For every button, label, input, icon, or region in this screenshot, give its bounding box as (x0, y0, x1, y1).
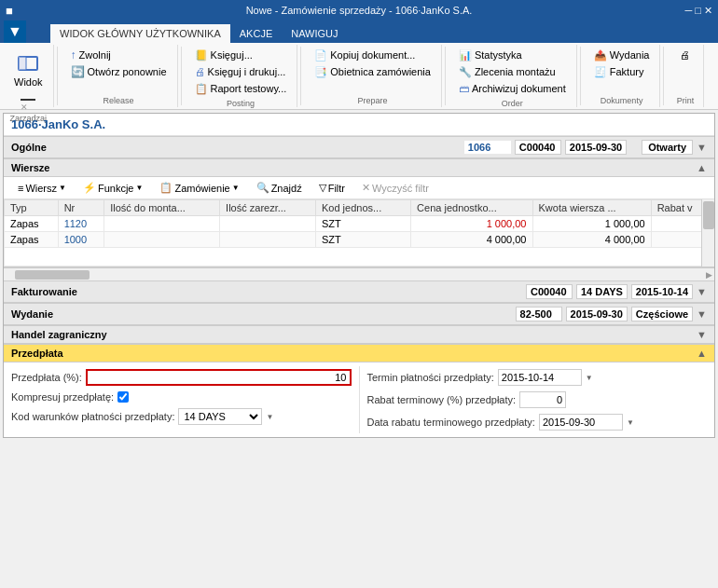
handel-collapse-icon[interactable]: ▼ (697, 329, 707, 340)
view-button[interactable]: Widok (9, 47, 48, 95)
wyczysc-btn[interactable]: ✕ Wyczyść filtr (355, 180, 435, 196)
wiersze-section-header[interactable]: Wiersze ▲ (4, 158, 714, 177)
data-rabatu-label: Data rabatu terminowego przedpłaty: (367, 417, 535, 428)
cell-cena: 1 000,00 (411, 216, 532, 232)
nav-button[interactable]: ▼ (4, 21, 26, 43)
app-icon: ■ (6, 4, 13, 18)
fakturowanie-collapse-icon[interactable]: ▼ (697, 286, 707, 297)
kopiuj-icon: 📄 (314, 49, 327, 62)
cell-typ: Zapas (5, 232, 59, 248)
obietnica-button[interactable]: 📑 Obietnica zamówienia (310, 63, 435, 80)
funkcje-btn[interactable]: ⚡ Funkcje ▼ (76, 180, 149, 196)
przedplata-pct-label: Przedpłata (%): (11, 372, 82, 383)
nr-link[interactable]: 1000 (64, 234, 87, 245)
tab-nawiguj[interactable]: NAWIGUJ (282, 24, 347, 43)
przedplata-collapse-icon[interactable]: ▲ (697, 348, 707, 359)
tab-widok[interactable]: WIDOK GŁÓWNY UŻYTKOWNIKA (50, 24, 230, 43)
wydania-button[interactable]: 📤 Wydania (589, 47, 655, 63)
filtr-btn[interactable]: ▽ Filtr (312, 180, 352, 196)
przedplata-label: Przedpłata (11, 348, 63, 359)
zwolnij-label: Zwolnij (79, 49, 111, 61)
kompresuj-label: Kompresuj przedpłatę: (11, 391, 114, 403)
general-collapse-icon[interactable]: ▼ (697, 142, 707, 153)
raport-icon: 📋 (195, 83, 208, 95)
fakturowanie-section-header[interactable]: Fakturowanie C00040 14 DAYS 2015-10-14 ▼ (4, 280, 714, 303)
wiersze-collapse-icon[interactable]: ▲ (697, 162, 707, 173)
data-rabatu-dropdown-icon[interactable]: ▼ (627, 418, 634, 427)
view-label: Widok (14, 76, 43, 88)
group-label-print: Print (677, 96, 695, 105)
termin-input[interactable] (498, 369, 582, 386)
general-status: Otwarty (642, 140, 693, 155)
group-label-release: Release (104, 96, 134, 105)
col-cena: Cena jednostko... (411, 200, 532, 216)
window-title: Nowe - Zamówienie sprzedaży - 1066·JanKo… (246, 5, 473, 16)
zamowienie-icon: 📋 (159, 182, 173, 194)
wydanie-section-header[interactable]: Wydanie 82-500 2015-09-30 Częściowe ▼ (4, 303, 714, 325)
zamowienie-dropdown-arrow: ▼ (232, 184, 240, 192)
przedplata-pct-input[interactable] (86, 369, 352, 386)
data-rabatu-input[interactable] (539, 414, 623, 431)
edit-icon[interactable] (21, 99, 35, 101)
termin-label: Termin płatności przedpłaty: (367, 372, 494, 383)
scroll-right-arrow[interactable]: ▶ (706, 270, 712, 280)
col-ilosc-monta: Ilość do monta... (104, 200, 220, 216)
table-row[interactable]: Zapas 1120 SZT 1 000,00 1 000,00 (5, 216, 714, 232)
general-section-header[interactable]: Ogólne 1066 C00040 2015-09-30 Otwarty ▼ (4, 136, 714, 158)
zwolnij-button[interactable]: ↑ Zwolnij (66, 47, 172, 63)
statystyka-button[interactable]: 📊 Statystyka (454, 47, 571, 63)
znajdz-btn[interactable]: 🔍 Znajdź (250, 180, 309, 196)
h-scrollbar-thumb[interactable] (15, 270, 90, 280)
fakturowanie-code: C00040 (526, 284, 573, 299)
group-label-posting: Posting (227, 99, 255, 108)
group-label-prepare: Prepare (358, 96, 388, 105)
cell-ilosc-zarezr (220, 232, 316, 248)
termin-dropdown-icon[interactable]: ▼ (586, 374, 593, 382)
vertical-scrollbar[interactable] (701, 199, 714, 267)
wiersz-btn[interactable]: ≡ Wiersz ▼ (11, 181, 73, 196)
table-row[interactable]: Zapas 1000 SZT 4 000,00 4 000,00 (5, 232, 714, 248)
archiwizuj-button[interactable]: 🗃 Archiwizuj dokument (454, 80, 571, 97)
filtr-icon: ▽ (319, 182, 326, 194)
general-code1: 1066 (464, 141, 511, 154)
cell-ilosc-zarezr (220, 216, 316, 232)
wydanie-status: Częściowe (631, 307, 693, 321)
kopiuj-button[interactable]: 📄 Kopiuj dokument... (310, 47, 435, 63)
kod-select[interactable]: 14 DAYS (178, 408, 262, 425)
zlecenia-button[interactable]: 🔧 Zlecenia montażu (454, 63, 571, 80)
x-icon: ✕ (21, 103, 35, 112)
scrollbar-thumb[interactable] (703, 201, 714, 229)
ksieguj-button[interactable]: 📒 Księguj... (190, 47, 292, 63)
col-ilosc-zarezr: Ilość zarezr... (220, 200, 316, 216)
ksieguj-drukuj-button[interactable]: 🖨 Księguj i drukuj... (190, 63, 292, 80)
cell-kod: SZT (315, 216, 410, 232)
print-button[interactable]: 🖨 (675, 47, 695, 63)
wiersze-label: Wiersze (11, 162, 49, 173)
raport-testowy-button[interactable]: 📋 Raport testowy... (190, 80, 292, 97)
kompresuj-checkbox[interactable] (117, 391, 129, 403)
kod-label: Kod warunków płatności przedpłaty: (11, 411, 174, 422)
general-code2: C00040 (515, 140, 561, 155)
handel-label: Handel zagraniczny (11, 329, 107, 340)
wydanie-label: Wydanie (11, 308, 53, 320)
otworz-ponownie-button[interactable]: 🔄 Otwórz ponownie (66, 63, 172, 80)
nr-link[interactable]: 1120 (64, 218, 87, 229)
przedplata-section-header[interactable]: Przedpłata ▲ (4, 344, 714, 362)
table-row-empty (5, 248, 714, 267)
fakturowanie-date: 2015-10-14 (631, 284, 693, 299)
general-label: Ogólne (11, 142, 47, 153)
cell-kwota: 1 000,00 (532, 216, 651, 232)
przedplata-row: Przedpłata (%): (4, 366, 359, 389)
faktury-button[interactable]: 🧾 Faktury (589, 63, 655, 80)
rabat-terminowy-input[interactable] (519, 391, 566, 408)
window-controls[interactable]: ─ □ ✕ (684, 5, 712, 17)
wydanie-collapse-icon[interactable]: ▼ (697, 308, 707, 320)
h-scrollbar[interactable]: ▶ (4, 267, 714, 280)
wiersze-table: Typ Nr Ilość do monta... Ilość zarezr...… (4, 199, 714, 267)
archiwizuj-icon: 🗃 (459, 83, 469, 94)
zamowienie-btn[interactable]: 📋 Zamówienie ▼ (153, 180, 245, 196)
obietnica-icon: 📑 (314, 66, 327, 78)
handel-section-header[interactable]: Handel zagraniczny ▼ (4, 325, 714, 344)
cell-ilosc-monta (104, 216, 220, 232)
tab-akcje[interactable]: AKCJE (230, 24, 282, 43)
